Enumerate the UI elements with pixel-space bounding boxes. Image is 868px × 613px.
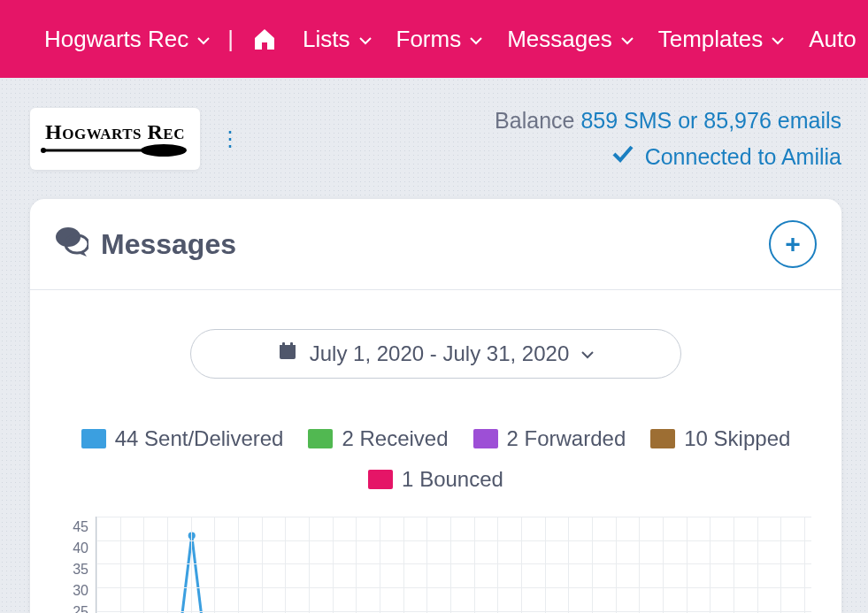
status-right: Balance 859 SMS or 85,976 emails Connect… (495, 108, 841, 171)
legend-label: 10 Skipped (684, 426, 790, 451)
legend-label: 1 Bounced (402, 467, 503, 492)
calendar-icon (278, 341, 297, 366)
date-range-picker[interactable]: July 1, 2020 - July 31, 2020 (190, 329, 681, 379)
y-tick: 45 (73, 517, 88, 538)
chevron-down-icon (772, 26, 784, 53)
svg-point-12 (188, 533, 196, 540)
nav-templates[interactable]: Templates (658, 26, 785, 53)
svg-rect-11 (290, 342, 293, 347)
legend-swatch (368, 470, 393, 489)
svg-rect-10 (282, 342, 285, 347)
y-tick: 35 (73, 559, 88, 580)
legend-item[interactable]: 10 Skipped (650, 426, 790, 451)
org-logo-card[interactable]: Hogwarts Rec (30, 108, 200, 170)
y-tick: 40 (73, 538, 88, 559)
legend-swatch (308, 429, 333, 448)
balance-link[interactable]: 859 SMS or 85,976 emails (580, 108, 841, 133)
svg-point-4 (141, 144, 187, 157)
card-header: Messages + (30, 199, 841, 290)
legend-label: 2 Received (342, 426, 448, 451)
status-row: Hogwarts Rec ⋮ Balance 859 SMS or 85,976… (30, 108, 841, 171)
y-tick: 30 (73, 580, 88, 602)
balance-line: Balance 859 SMS or 85,976 emails (495, 108, 841, 134)
chevron-down-icon (470, 26, 482, 53)
chevron-down-icon (581, 341, 594, 366)
plot-area (96, 517, 811, 613)
org-logo-text: Hogwarts Rec (45, 120, 185, 144)
org-name: Hogwarts Rec (44, 26, 188, 53)
chart: 4540353025 (60, 517, 811, 613)
legend-item[interactable]: 2 Forwarded (473, 426, 626, 451)
chevron-down-icon (621, 26, 634, 53)
new-message-button[interactable]: + (769, 220, 817, 268)
y-tick: 25 (73, 602, 88, 613)
card-body: July 1, 2020 - July 31, 2020 44 Sent/Del… (30, 290, 841, 613)
connected-line[interactable]: Connected to Amilia (495, 142, 841, 171)
messages-card: Messages + July 1, 2020 - July 31, 2020 … (30, 199, 841, 613)
chevron-down-icon (197, 26, 210, 53)
card-title: Messages (55, 225, 236, 264)
legend-swatch (650, 429, 675, 448)
org-box: Hogwarts Rec ⋮ (30, 108, 241, 170)
chat-icon (55, 225, 88, 264)
home-button[interactable] (251, 26, 278, 52)
legend-label: 2 Forwarded (507, 426, 626, 451)
legend-item[interactable]: 2 Received (308, 426, 448, 451)
y-axis: 4540353025 (60, 517, 88, 613)
top-navbar: AM Hogwarts Rec | Lists Forms Messages T… (0, 0, 868, 78)
chart-legend: 44 Sent/Delivered2 Received2 Forwarded10… (60, 426, 811, 492)
nav-messages[interactable]: Messages (507, 26, 634, 53)
nav-divider: | (227, 26, 234, 53)
svg-point-5 (41, 148, 46, 153)
legend-item[interactable]: 44 Sent/Delivered (81, 426, 284, 451)
legend-swatch (473, 429, 498, 448)
page-body: Hogwarts Rec ⋮ Balance 859 SMS or 85,976… (0, 78, 868, 613)
legend-item[interactable]: 1 Bounced (368, 467, 503, 492)
org-switcher[interactable]: Hogwarts Rec (44, 26, 210, 53)
nav-forms[interactable]: Forms (396, 26, 483, 53)
chevron-down-icon (359, 26, 372, 53)
broom-icon (40, 142, 190, 158)
svg-rect-9 (280, 345, 296, 349)
date-range-text: July 1, 2020 - July 31, 2020 (310, 341, 570, 366)
legend-swatch (81, 429, 106, 448)
legend-label: 44 Sent/Delivered (115, 426, 284, 451)
check-icon (611, 142, 634, 171)
nav-auto[interactable]: Auto (809, 26, 856, 53)
nav-lists[interactable]: Lists (303, 26, 371, 53)
org-menu-kebab[interactable]: ⋮ (219, 128, 241, 149)
